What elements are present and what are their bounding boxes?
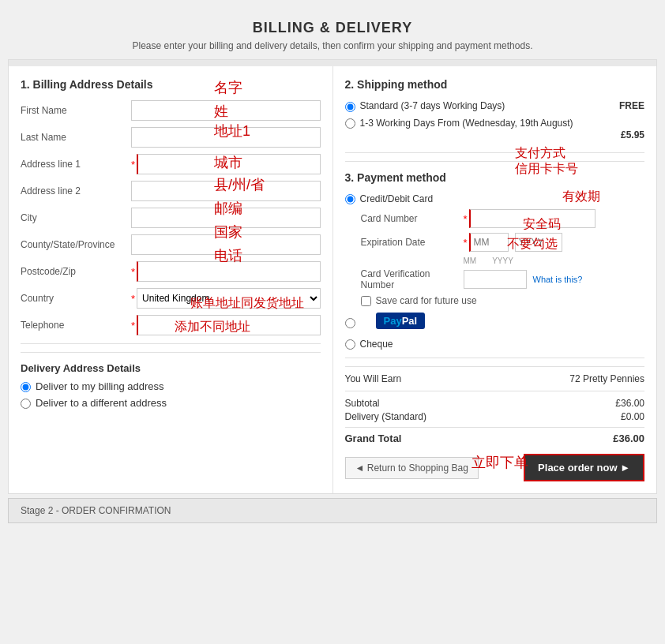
city-input[interactable] xyxy=(131,208,321,228)
annotation-payment-method: 支付方式 xyxy=(515,145,565,162)
first-name-input[interactable] xyxy=(131,100,321,121)
shipping-standard-label: Standard (3-7 days Working Days) xyxy=(360,100,505,111)
grand-total-value: £36.00 xyxy=(613,432,644,444)
payment-paypal-radio[interactable] xyxy=(345,318,355,328)
expiry-yyyy-input[interactable] xyxy=(515,233,562,252)
delivery-section-title: Delivery Address Details xyxy=(21,362,321,374)
telephone-input[interactable] xyxy=(137,315,320,335)
telephone-label: Telephone xyxy=(21,320,131,331)
address1-input[interactable] xyxy=(137,154,320,174)
subtotal-label: Subtotal xyxy=(345,398,380,409)
cheque-label: Cheque xyxy=(360,339,393,350)
country-label: Country xyxy=(21,293,131,304)
shipping-standard-price: FREE xyxy=(619,100,644,111)
yyyy-label: YYYY xyxy=(492,256,513,265)
mm-label: MM xyxy=(464,256,477,265)
county-label: County/State/Province xyxy=(21,239,131,250)
delivery-different-label: Deliver to a different address xyxy=(36,397,167,409)
save-card-label: Save card for future use xyxy=(376,295,477,306)
last-name-label: Last Name xyxy=(21,132,131,143)
expiry-mm-input[interactable] xyxy=(469,233,509,252)
what-is-this-link[interactable]: What is this? xyxy=(533,275,583,284)
page-title: BILLING & DELIVERY xyxy=(8,20,657,36)
page-subtitle: Please enter your billing and delivery d… xyxy=(8,40,657,51)
city-label: City xyxy=(21,212,131,223)
address2-input[interactable] xyxy=(131,181,321,201)
place-order-button[interactable]: Place order now ► xyxy=(524,454,644,481)
last-name-input[interactable] xyxy=(131,127,321,148)
payment-card-radio[interactable] xyxy=(345,194,355,204)
delivery-value: £0.00 xyxy=(621,411,644,422)
postcode-input[interactable] xyxy=(137,261,320,282)
payment-card-label: Credit/Debit Card xyxy=(360,193,434,204)
bottom-bar: Stage 2 - ORDER CONFIRMATION xyxy=(8,498,657,523)
country-select[interactable]: United Kingdom United States France Germ… xyxy=(137,288,320,309)
paypal-logo: PayPal xyxy=(376,313,426,329)
card-number-input[interactable] xyxy=(469,209,595,228)
payment-section-title: 3. Payment method xyxy=(345,171,645,184)
top-bar xyxy=(9,60,656,66)
delivery-billing-radio[interactable] xyxy=(21,382,31,392)
county-input[interactable] xyxy=(131,234,321,255)
shipping-express-price: £5.95 xyxy=(621,129,644,140)
first-name-label: First Name xyxy=(21,105,131,116)
delivery-different-radio[interactable] xyxy=(21,399,31,409)
card-number-label: Card Number xyxy=(361,213,464,224)
grand-total-label: Grand Total xyxy=(345,432,402,444)
delivery-label: Delivery (Standard) xyxy=(345,411,426,422)
shipping-express-label: 1-3 Working Days From (Wednesday, 19th A… xyxy=(360,118,573,129)
earn-label: You Will Earn xyxy=(345,373,402,384)
earn-value: 72 Pretty Pennies xyxy=(569,373,644,384)
cvn-input[interactable] xyxy=(464,270,527,289)
billing-section-title: 1. Billing Address Details xyxy=(21,78,321,91)
postcode-label: Postcode/Zip xyxy=(21,266,131,277)
subtotal-value: £36.00 xyxy=(615,398,644,409)
address1-label: Address line 1 xyxy=(21,159,131,170)
expiry-label: Expiration Date xyxy=(361,237,464,248)
shipping-express-radio[interactable] xyxy=(345,118,355,129)
return-button[interactable]: ◄ Return to Shopping Bag xyxy=(345,457,479,479)
bottom-bar-text: Stage 2 - ORDER CONFIRMATION xyxy=(21,505,171,516)
delivery-billing-label: Deliver to my billing address xyxy=(36,380,164,392)
address2-label: Address line 2 xyxy=(21,185,131,197)
save-card-checkbox[interactable] xyxy=(361,296,371,306)
payment-cheque-radio[interactable] xyxy=(345,339,355,350)
shipping-section-title: 2. Shipping method xyxy=(345,78,645,91)
shipping-standard-radio[interactable] xyxy=(345,102,355,112)
cvn-label: Card Verification Number xyxy=(361,268,464,290)
